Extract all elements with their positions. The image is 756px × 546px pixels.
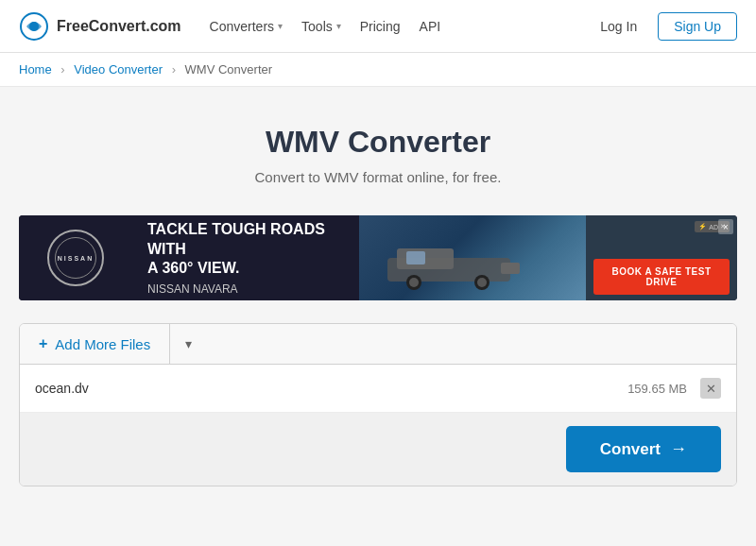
svg-point-1 <box>29 22 39 31</box>
logo-text: FreeConvert.com <box>57 18 181 35</box>
svg-point-8 <box>477 278 487 287</box>
ad-headline: TACKLE TOUGH ROADS WITHA 360° VIEW. <box>147 220 344 279</box>
breadcrumb-current: WMV Converter <box>185 62 272 77</box>
title-section: WMV Converter Convert to WMV format onli… <box>19 106 737 200</box>
ad-cta-button[interactable]: BOOK A SAFE TEST DRIVE <box>593 259 730 295</box>
file-row: ocean.dv 159.65 MB ✕ <box>20 365 736 413</box>
nav-tools[interactable]: Tools ▾ <box>301 19 341 34</box>
login-button[interactable]: Log In <box>591 13 646 40</box>
header-right: Log In Sign Up <box>591 12 737 41</box>
page-subtitle: Convert to WMV format online, for free. <box>19 169 737 185</box>
chevron-down-icon: ▾ <box>185 336 192 351</box>
file-area-header: + Add More Files ▾ <box>20 324 736 365</box>
header: FreeConvert.com Converters ▾ Tools ▾ Pri… <box>0 0 756 53</box>
chevron-down-icon: ▾ <box>278 21 283 31</box>
nav-api[interactable]: API <box>420 19 441 34</box>
main-nav: Converters ▾ Tools ▾ Pricing API <box>210 19 441 34</box>
plus-icon: + <box>39 335 47 352</box>
ad-close-button[interactable]: × <box>718 219 733 234</box>
convert-area: Convert → <box>20 413 736 486</box>
svg-rect-9 <box>501 263 520 274</box>
main-content: WMV Converter Convert to WMV format onli… <box>0 87 756 505</box>
file-row-right: 159.65 MB ✕ <box>627 378 721 399</box>
svg-point-6 <box>409 278 419 287</box>
breadcrumb-home[interactable]: Home <box>19 62 52 77</box>
logo-icon <box>19 11 49 42</box>
chevron-down-icon: ▾ <box>336 21 341 31</box>
breadcrumb-sep: › <box>172 62 176 77</box>
signup-button[interactable]: Sign Up <box>658 12 737 41</box>
svg-rect-4 <box>406 251 425 264</box>
add-files-button[interactable]: + Add More Files <box>20 324 170 364</box>
nissan-logo: NISSAN <box>47 230 104 286</box>
file-remove-button[interactable]: ✕ <box>700 378 721 399</box>
breadcrumb: Home › Video Converter › WMV Converter <box>0 53 756 87</box>
file-area: + Add More Files ▾ ocean.dv 159.65 MB ✕ … <box>19 323 737 486</box>
ad-image <box>359 215 586 300</box>
nav-converters[interactable]: Converters ▾ <box>210 19 283 34</box>
add-files-dropdown-button[interactable]: ▾ <box>170 325 207 363</box>
add-files-label: Add More Files <box>55 336 150 352</box>
convert-label: Convert <box>600 440 661 459</box>
ad-sub: NISSAN NAVARA <box>147 282 344 296</box>
convert-button[interactable]: Convert → <box>566 426 721 472</box>
ad-right: ⚡ AD ✕ BOOK A SAFE TEST DRIVE <box>586 215 737 300</box>
ad-banner: NISSAN TACKLE TOUGH ROADS WITHA 360° VIE… <box>19 215 737 300</box>
ad-nissan-logo-area: NISSAN <box>19 215 132 300</box>
logo[interactable]: FreeConvert.com <box>19 11 181 42</box>
header-left: FreeConvert.com Converters ▾ Tools ▾ Pri… <box>19 11 440 42</box>
breadcrumb-sep: › <box>60 62 64 77</box>
ad-text: TACKLE TOUGH ROADS WITHA 360° VIEW. NISS… <box>132 215 359 300</box>
arrow-right-icon: → <box>670 439 687 459</box>
file-size: 159.65 MB <box>627 382 687 396</box>
breadcrumb-video-converter[interactable]: Video Converter <box>74 62 163 77</box>
file-name: ocean.dv <box>35 381 89 396</box>
ad-truck-icon <box>378 239 529 291</box>
page-title: WMV Converter <box>19 125 737 160</box>
nav-pricing[interactable]: Pricing <box>360 19 401 34</box>
